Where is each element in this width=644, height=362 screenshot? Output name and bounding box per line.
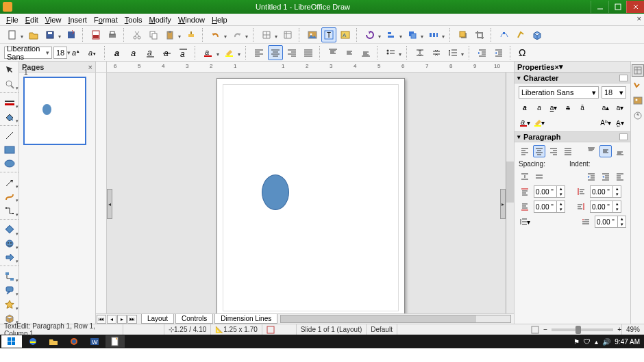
prop-strike[interactable]: a <box>562 101 574 114</box>
tray-up-icon[interactable]: ▴ <box>595 338 598 346</box>
taskbar-firefox[interactable] <box>64 335 84 348</box>
align-center-button[interactable] <box>268 45 283 60</box>
tab-dimension-lines[interactable]: Dimension Lines <box>214 314 277 324</box>
prop-justify[interactable] <box>562 145 574 157</box>
sidebar-tab-navigator[interactable] <box>632 109 644 122</box>
sidebar-tab-shapes[interactable] <box>632 79 644 92</box>
minimize-button[interactable] <box>591 1 608 13</box>
italic-button[interactable]: a <box>127 45 142 60</box>
underline-button[interactable]: a <box>143 45 158 60</box>
block-arrows-tool[interactable]: ▾ <box>2 252 17 263</box>
page[interactable] <box>216 78 405 313</box>
highlight-color-button[interactable]: ▾ <box>222 45 237 60</box>
prop-bold[interactable]: a <box>519 101 531 114</box>
pages-panel-close[interactable]: × <box>88 63 92 71</box>
tab-controls[interactable]: Controls <box>175 314 213 324</box>
next-page-button[interactable]: ▸ <box>117 315 127 324</box>
properties-menu[interactable]: ▾ <box>559 62 563 71</box>
tray-time[interactable]: 9:47 AM <box>615 338 640 346</box>
start-button[interactable] <box>1 335 22 348</box>
prop-highlight[interactable]: ▾ <box>533 116 545 129</box>
prop-valign-top[interactable] <box>585 145 597 157</box>
select-tool[interactable] <box>2 64 17 75</box>
line-spacing-button[interactable]: ▾ <box>445 45 460 60</box>
close-button[interactable] <box>626 1 644 13</box>
menu-tools[interactable]: Tools <box>121 15 146 25</box>
menu-edit[interactable]: Edit <box>22 15 42 25</box>
justify-button[interactable] <box>301 45 316 60</box>
hanging-indent[interactable] <box>614 170 626 183</box>
below-spacing-input[interactable]: 0.00 "▴▾ <box>534 201 565 213</box>
prop-font-size[interactable]: 18▾ <box>602 86 626 99</box>
above-spacing-input[interactable]: 0.00 "▴▾ <box>534 185 565 198</box>
toggle-point-edit-button[interactable] <box>497 27 512 42</box>
zoom-fit-button[interactable] <box>527 324 543 335</box>
insert-image-button[interactable] <box>305 27 320 42</box>
stars-tool[interactable]: ▾ <box>2 298 17 309</box>
line-tool[interactable] <box>2 130 17 141</box>
zoom-slider[interactable] <box>552 328 613 331</box>
tray-shield-icon[interactable]: 🛡 <box>584 338 591 346</box>
transformations-button[interactable]: ▾ <box>362 27 377 42</box>
taskbar-word[interactable]: W <box>85 335 104 348</box>
connectors-tool[interactable]: ▾ <box>2 205 17 216</box>
prop-underline[interactable]: a▾ <box>547 101 560 114</box>
menu-view[interactable]: View <box>42 15 65 25</box>
zoom-tool[interactable]: ▾ <box>2 78 17 89</box>
first-line-indent-input[interactable]: 0.00 "▴▾ <box>595 216 626 228</box>
tray-flag-icon[interactable]: ⚑ <box>573 338 580 346</box>
strikethrough-button[interactable]: a <box>160 45 175 60</box>
decrease-indent-button[interactable] <box>491 45 506 60</box>
prop-align-left[interactable] <box>519 145 531 157</box>
document-close-button[interactable]: × <box>637 14 641 23</box>
after-indent-input[interactable]: 0.00 "▴▾ <box>590 201 621 213</box>
prop-align-right[interactable] <box>547 145 560 157</box>
copy-button[interactable] <box>146 27 161 42</box>
glue-points-button[interactable] <box>513 27 528 42</box>
dec-para-spacing[interactable] <box>533 170 545 183</box>
vertical-ruler[interactable] <box>96 73 107 313</box>
taskbar-explorer[interactable] <box>44 335 63 348</box>
before-indent-input[interactable]: 0.00 "▴▾ <box>590 185 621 198</box>
overline-button[interactable]: a <box>176 45 191 60</box>
new-button[interactable]: ▾ <box>5 27 20 42</box>
bullets-button[interactable]: ▾ <box>383 45 398 60</box>
tab-layout[interactable]: Layout <box>141 314 174 324</box>
prop-italic[interactable]: a <box>533 101 545 114</box>
symbol-shapes-tool[interactable]: ▾ <box>2 238 17 249</box>
crop-button[interactable] <box>472 27 487 42</box>
valign-bottom-button[interactable] <box>358 45 373 60</box>
special-character-button[interactable]: Ω <box>516 45 531 60</box>
font-name-combo[interactable]: Liberation Sans▾ <box>4 47 52 59</box>
redo-button[interactable]: ▾ <box>230 27 245 42</box>
prop-superscript[interactable]: Aᵇ▾ <box>599 116 612 129</box>
rectangle-tool[interactable] <box>2 144 17 155</box>
paste-button[interactable]: ▾ <box>162 27 177 42</box>
increase-spacing-button[interactable] <box>412 45 428 60</box>
valign-top-button[interactable] <box>325 45 340 60</box>
last-page-button[interactable]: ⏭ <box>127 315 137 324</box>
lines-arrows-tool[interactable]: ▾ <box>2 177 17 188</box>
line-color-tool[interactable]: ▾ <box>2 97 17 108</box>
menu-insert[interactable]: Insert <box>64 15 90 25</box>
open-button[interactable] <box>26 27 41 42</box>
align-objects-button[interactable]: ▾ <box>384 27 399 42</box>
prop-decfont[interactable]: a▾ <box>614 101 626 114</box>
clone-format-button[interactable] <box>184 27 199 42</box>
drawing-canvas[interactable]: ◂ ▸ <box>107 73 514 313</box>
save-button[interactable]: ▾ <box>42 27 58 42</box>
insert-textbox-button[interactable]: T <box>321 27 336 42</box>
fill-color-tool[interactable]: ▾ <box>2 111 17 122</box>
prop-spacing[interactable]: A͍▾ <box>614 116 626 129</box>
collapse-props-handle[interactable]: ▸ <box>500 189 506 219</box>
horizontal-scrollbar[interactable] <box>280 315 511 323</box>
helplines-button[interactable] <box>280 27 295 42</box>
3d-objects-tool[interactable]: ▾ <box>2 313 17 324</box>
menu-format[interactable]: Format <box>90 15 121 25</box>
increase-font-button[interactable]: a▴ <box>69 45 84 60</box>
align-right-button[interactable] <box>284 45 299 60</box>
inc-indent[interactable] <box>585 170 597 183</box>
undo-button[interactable]: ▾ <box>208 27 223 42</box>
prop-valign-mid[interactable] <box>599 145 612 157</box>
zoom-percent[interactable]: 49% <box>621 324 644 335</box>
